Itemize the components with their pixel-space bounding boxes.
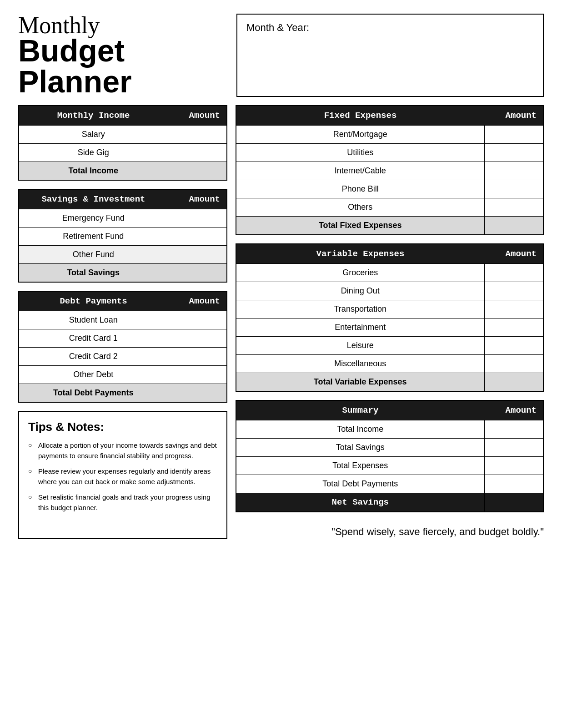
- table-row-label: Phone Bill: [236, 180, 484, 198]
- table-row-label: Others: [236, 198, 484, 217]
- table-row-value[interactable]: [484, 162, 543, 180]
- table-row-label: Internet/Cable: [236, 162, 484, 180]
- table-row-value[interactable]: [484, 180, 543, 198]
- table-row-label: Total Income: [236, 420, 484, 439]
- fixed-expenses-table: Fixed Expenses Amount Rent/MortgageUtili…: [236, 105, 544, 235]
- variable-expenses-header: Variable Expenses: [236, 244, 484, 264]
- table-row-value[interactable]: [484, 300, 543, 318]
- monthly-income-table: Monthly Income Amount SalarySide GigTota…: [18, 105, 227, 181]
- page: Monthly Budget Planner Month & Year: Mon…: [18, 14, 544, 714]
- fixed-expenses-header: Fixed Expenses: [236, 106, 484, 126]
- table-row-value[interactable]: [484, 144, 543, 162]
- tips-title: Tips & Notes:: [28, 420, 217, 434]
- table-row-label: Student Loan: [19, 311, 168, 329]
- quote-text: "Spend wisely, save fiercely, and budget…: [331, 526, 544, 537]
- table-row-value[interactable]: [484, 420, 543, 439]
- table-row-value[interactable]: [168, 366, 227, 384]
- right-column: Fixed Expenses Amount Rent/MortgageUtili…: [236, 105, 544, 539]
- table-row-value[interactable]: [484, 217, 543, 235]
- table-row-value[interactable]: [484, 475, 543, 493]
- table-row-value[interactable]: [484, 493, 543, 512]
- table-row-label: Total Income: [19, 162, 168, 181]
- month-year-block[interactable]: Month & Year:: [236, 14, 544, 97]
- variable-expenses-table: Variable Expenses Amount GroceriesDining…: [236, 243, 544, 392]
- table-row-label: Total Savings: [19, 264, 168, 283]
- debt-payments-header: Debt Payments: [19, 291, 168, 311]
- table-row-value[interactable]: [484, 457, 543, 475]
- table-row-value[interactable]: [168, 162, 227, 181]
- table-row-label: Total Debt Payments: [236, 475, 484, 493]
- table-row-label: Leisure: [236, 337, 484, 355]
- monthly-income-header: Monthly Income: [19, 106, 168, 126]
- table-row-value[interactable]: [168, 348, 227, 366]
- tips-list-item: Please review your expenses regularly an…: [28, 466, 217, 487]
- table-row-label: Total Debt Payments: [19, 384, 168, 403]
- debt-payments-table: Debt Payments Amount Student LoanCredit …: [18, 291, 227, 403]
- table-row-label: Other Debt: [19, 366, 168, 384]
- table-row-value[interactable]: [168, 246, 227, 264]
- table-row-value[interactable]: [168, 329, 227, 348]
- table-row-value[interactable]: [484, 126, 543, 144]
- table-row-label: Total Variable Expenses: [236, 373, 484, 392]
- tips-notes-block: Tips & Notes: Allocate a portion of your…: [18, 411, 227, 539]
- table-row-label: Side Gig: [19, 144, 168, 162]
- savings-amount-header: Amount: [168, 189, 227, 209]
- tips-list: Allocate a portion of your income toward…: [28, 440, 217, 513]
- month-year-label: Month & Year:: [246, 22, 534, 34]
- savings-table: Savings & Investment Amount Emergency Fu…: [18, 189, 227, 283]
- table-row-label: Credit Card 1: [19, 329, 168, 348]
- table-row-label: Retirement Fund: [19, 228, 168, 246]
- top-section: Monthly Budget Planner Month & Year:: [18, 14, 544, 97]
- table-row-value[interactable]: [168, 228, 227, 246]
- table-row-label: Credit Card 2: [19, 348, 168, 366]
- budget-planner-title: Budget Planner: [18, 35, 227, 97]
- table-row-value[interactable]: [484, 439, 543, 457]
- table-row-value[interactable]: [484, 337, 543, 355]
- table-row-label: Entertainment: [236, 318, 484, 337]
- table-row-label: Total Expenses: [236, 457, 484, 475]
- monthly-income-amount-header: Amount: [168, 106, 227, 126]
- tips-list-item: Set realistic financial goals and track …: [28, 492, 217, 513]
- table-row-label: Rent/Mortgage: [236, 126, 484, 144]
- debt-payments-amount-header: Amount: [168, 291, 227, 311]
- table-row-value[interactable]: [484, 355, 543, 373]
- fixed-expenses-amount-header: Amount: [484, 106, 543, 126]
- summary-header: Summary: [236, 400, 484, 420]
- variable-expenses-amount-header: Amount: [484, 244, 543, 264]
- main-grid: Monthly Income Amount SalarySide GigTota…: [18, 105, 544, 539]
- table-row-label: Total Fixed Expenses: [236, 217, 484, 235]
- table-row-value[interactable]: [168, 126, 227, 144]
- table-row-value[interactable]: [168, 384, 227, 403]
- summary-amount-header: Amount: [484, 400, 543, 420]
- table-row-label: Dining Out: [236, 282, 484, 300]
- table-row-value[interactable]: [484, 373, 543, 392]
- table-row-label: Miscellaneous: [236, 355, 484, 373]
- table-row-label: Net Savings: [236, 493, 484, 512]
- table-row-label: Emergency Fund: [19, 209, 168, 228]
- table-row-label: Salary: [19, 126, 168, 144]
- table-row-value[interactable]: [168, 209, 227, 228]
- savings-header: Savings & Investment: [19, 189, 168, 209]
- table-row-value[interactable]: [484, 318, 543, 337]
- left-column: Monthly Income Amount SalarySide GigTota…: [18, 105, 227, 539]
- table-row-label: Utilities: [236, 144, 484, 162]
- table-row-label: Groceries: [236, 264, 484, 282]
- table-row-label: Transportation: [236, 300, 484, 318]
- table-row-value[interactable]: [484, 282, 543, 300]
- title-block: Monthly Budget Planner: [18, 14, 227, 97]
- table-row-value[interactable]: [484, 198, 543, 217]
- quote-block: "Spend wisely, save fiercely, and budget…: [236, 521, 544, 539]
- table-row-label: Other Fund: [19, 246, 168, 264]
- table-row-value[interactable]: [168, 144, 227, 162]
- summary-table: Summary Amount Total IncomeTotal Savings…: [236, 400, 544, 512]
- table-row-value[interactable]: [484, 264, 543, 282]
- table-row-value[interactable]: [168, 311, 227, 329]
- tips-list-item: Allocate a portion of your income toward…: [28, 440, 217, 461]
- table-row-label: Total Savings: [236, 439, 484, 457]
- table-row-value[interactable]: [168, 264, 227, 283]
